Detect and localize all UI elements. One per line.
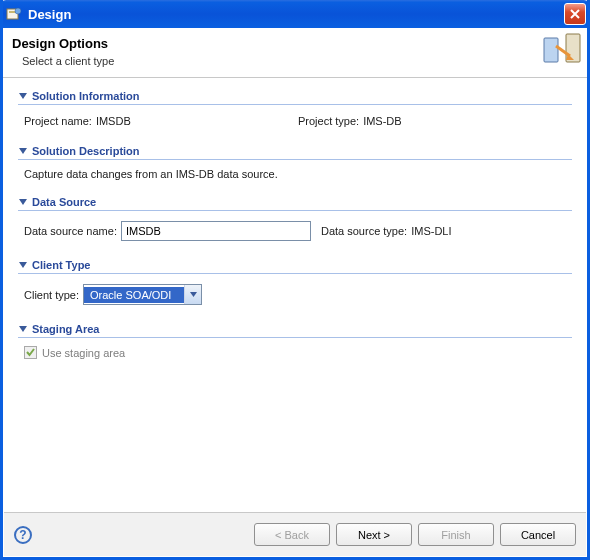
back-button[interactable]: < Back bbox=[254, 523, 330, 546]
section-staging-area: Staging Area Use staging area bbox=[18, 323, 572, 359]
svg-marker-9 bbox=[19, 262, 27, 268]
ds-type-label: Data source type: bbox=[321, 225, 407, 237]
section-title: Data Source bbox=[32, 196, 96, 208]
svg-marker-10 bbox=[190, 292, 197, 297]
svg-rect-3 bbox=[544, 38, 558, 62]
section-title: Client Type bbox=[32, 259, 90, 271]
section-header-data-source[interactable]: Data Source bbox=[18, 196, 572, 211]
section-header-solution-description[interactable]: Solution Description bbox=[18, 145, 572, 160]
section-title: Solution Information bbox=[32, 90, 140, 102]
svg-marker-11 bbox=[19, 326, 27, 332]
collapse-icon bbox=[18, 146, 28, 156]
use-staging-checkbox bbox=[24, 346, 37, 359]
app-icon bbox=[6, 6, 22, 22]
cancel-button[interactable]: Cancel bbox=[500, 523, 576, 546]
window-title: Design bbox=[28, 7, 564, 22]
client-type-select[interactable]: Oracle SOA/ODI bbox=[83, 284, 202, 305]
project-name-label: Project name: bbox=[24, 115, 92, 127]
header-decoration-icon bbox=[542, 32, 582, 68]
page-subtitle: Select a client type bbox=[22, 55, 578, 67]
client-type-label: Client type: bbox=[24, 289, 79, 301]
content-area: Solution Information Project name: IMSDB… bbox=[0, 78, 590, 532]
chevron-down-icon bbox=[184, 285, 201, 304]
collapse-icon bbox=[18, 91, 28, 101]
help-icon[interactable]: ? bbox=[14, 526, 32, 544]
page-title: Design Options bbox=[12, 36, 578, 51]
project-name-value: IMSDB bbox=[96, 115, 131, 127]
section-title: Solution Description bbox=[32, 145, 140, 157]
ds-name-label: Data source name: bbox=[24, 225, 117, 237]
ds-name-input[interactable] bbox=[121, 221, 311, 241]
svg-marker-7 bbox=[19, 148, 27, 154]
collapse-icon bbox=[18, 324, 28, 334]
section-title: Staging Area bbox=[32, 323, 99, 335]
solution-description-text: Capture data changes from an IMS-DB data… bbox=[18, 168, 572, 180]
titlebar[interactable]: Design bbox=[0, 0, 590, 28]
section-header-staging-area[interactable]: Staging Area bbox=[18, 323, 572, 338]
next-button[interactable]: Next > bbox=[336, 523, 412, 546]
section-solution-description: Solution Description Capture data change… bbox=[18, 145, 572, 180]
section-client-type: Client Type Client type: Oracle SOA/ODI bbox=[18, 259, 572, 307]
collapse-icon bbox=[18, 260, 28, 270]
section-header-client-type[interactable]: Client Type bbox=[18, 259, 572, 274]
project-type-label: Project type: bbox=[298, 115, 359, 127]
close-button[interactable] bbox=[564, 3, 586, 25]
section-data-source: Data Source Data source name: Data sourc… bbox=[18, 196, 572, 243]
svg-marker-8 bbox=[19, 199, 27, 205]
wizard-header: Design Options Select a client type bbox=[0, 28, 590, 78]
collapse-icon bbox=[18, 197, 28, 207]
project-type-value: IMS-DB bbox=[363, 115, 402, 127]
section-solution-information: Solution Information Project name: IMSDB… bbox=[18, 90, 572, 129]
wizard-footer: ? < Back Next > Finish Cancel bbox=[4, 512, 586, 556]
client-type-selected: Oracle SOA/ODI bbox=[84, 287, 184, 303]
ds-type-value: IMS-DLI bbox=[411, 225, 451, 237]
section-header-solution-information[interactable]: Solution Information bbox=[18, 90, 572, 105]
use-staging-label: Use staging area bbox=[42, 347, 125, 359]
svg-point-2 bbox=[15, 8, 21, 14]
finish-button[interactable]: Finish bbox=[418, 523, 494, 546]
svg-marker-6 bbox=[19, 93, 27, 99]
